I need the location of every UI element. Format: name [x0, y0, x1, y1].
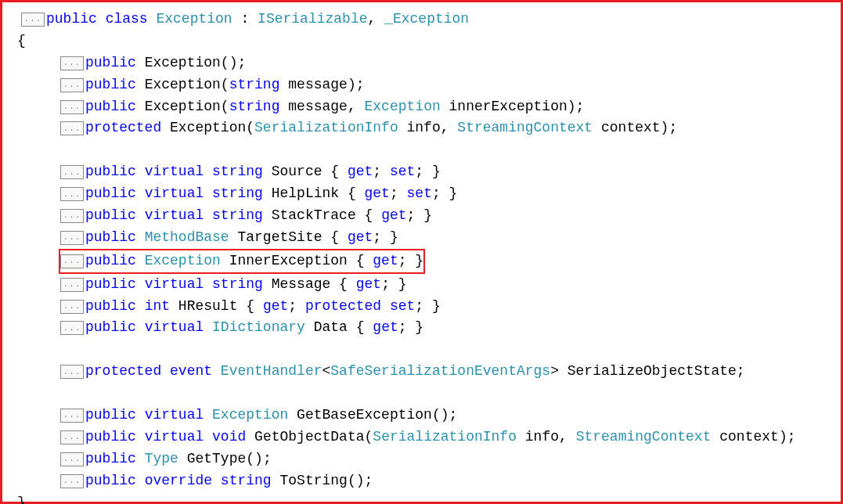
- property-targetsite: ... public MethodBase TargetSite { get; …: [5, 227, 833, 249]
- blank-line: [5, 383, 833, 405]
- method-gettype: ... public Type GetType();: [5, 448, 833, 470]
- property-message: ... public virtual string Message { get;…: [5, 274, 833, 296]
- collapse-toggle-icon[interactable]: ...: [60, 474, 84, 488]
- type-iserializable: ISerializable: [258, 9, 367, 31]
- collapse-toggle-icon[interactable]: ...: [60, 278, 84, 292]
- event-serializeobjectstate: ... protected event EventHandler<SafeSer…: [5, 361, 833, 383]
- collapse-toggle-icon[interactable]: ...: [60, 56, 84, 70]
- collapse-toggle-icon[interactable]: ...: [21, 13, 45, 27]
- collapse-toggle-icon[interactable]: ...: [60, 100, 84, 114]
- collapse-toggle-icon[interactable]: ...: [60, 452, 84, 466]
- keyword-class: class: [106, 9, 148, 31]
- constructor-default: ... public Exception();: [5, 52, 833, 74]
- close-brace-line: }: [5, 492, 833, 504]
- property-hresult: ... public int HResult { get; protected …: [5, 296, 833, 318]
- property-source: ... public virtual string Source { get; …: [5, 161, 833, 183]
- property-stacktrace: ... public virtual string StackTrace { g…: [5, 205, 833, 227]
- collapse-toggle-icon[interactable]: ...: [60, 430, 84, 445]
- property-data: ... public virtual IDictionary Data { ge…: [5, 317, 833, 339]
- collapse-toggle-icon[interactable]: ...: [60, 78, 84, 92]
- collapse-toggle-icon[interactable]: ...: [60, 300, 84, 314]
- open-brace-line: {: [5, 31, 833, 52]
- type-exception-interface: _Exception: [384, 9, 469, 31]
- constructor-message: ... public Exception(string message);: [5, 74, 833, 96]
- constructor-inner: ... public Exception(string message, Exc…: [5, 96, 833, 118]
- collapse-toggle-icon[interactable]: ...: [60, 209, 84, 223]
- method-getobjectdata: ... public virtual void GetObjectData(Se…: [5, 427, 833, 448]
- blank-line: [5, 339, 833, 361]
- collapse-toggle-icon[interactable]: ...: [60, 409, 84, 423]
- type-exception: Exception: [156, 9, 232, 31]
- property-helplink: ... public virtual string HelpLink { get…: [5, 183, 833, 205]
- collapse-toggle-icon[interactable]: ...: [60, 321, 84, 335]
- blank-line: [5, 139, 833, 161]
- collapse-toggle-icon[interactable]: ...: [60, 231, 84, 245]
- property-innerexception-highlighted: ... public Exception InnerException { ge…: [5, 249, 833, 274]
- collapse-toggle-icon[interactable]: ...: [60, 365, 84, 379]
- collapse-toggle-icon[interactable]: ...: [60, 187, 84, 201]
- method-getbaseexception: ... public virtual Exception GetBaseExce…: [5, 405, 833, 427]
- method-tostring: ... public override string ToString();: [5, 470, 833, 492]
- keyword-public: public: [46, 9, 97, 31]
- collapse-toggle-icon[interactable]: ...: [60, 165, 84, 179]
- code-editor-panel: ... public class Exception : ISerializab…: [0, 0, 843, 504]
- collapse-toggle-icon[interactable]: ...: [60, 121, 84, 135]
- class-declaration-line: ... public class Exception : ISerializab…: [5, 9, 833, 31]
- collapse-toggle-icon[interactable]: ...: [60, 254, 84, 268]
- constructor-protected: ... protected Exception(SerializationInf…: [5, 117, 833, 139]
